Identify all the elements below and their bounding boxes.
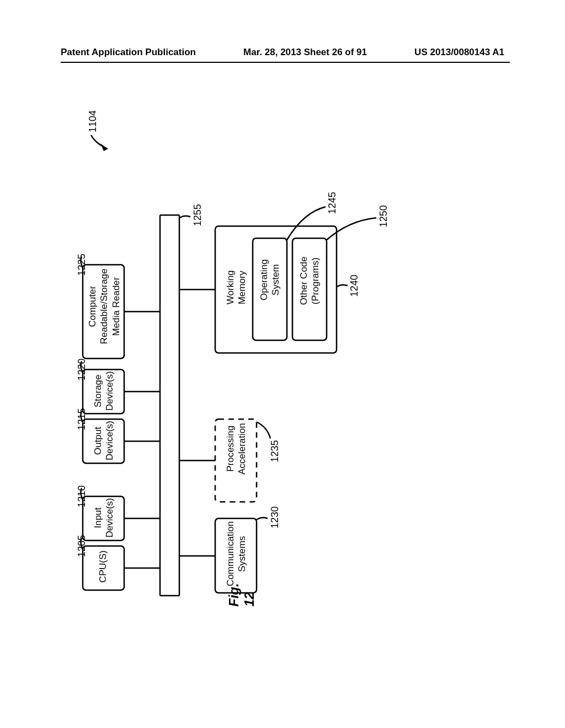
ref-reader: 1225 [76, 254, 88, 276]
label-accel: ProcessingAcceleration [225, 423, 248, 475]
header-rule [61, 62, 510, 63]
svg-marker-22 [100, 143, 108, 151]
ref-workmem: 1240 [349, 275, 360, 297]
system-block-diagram: 1104 CPU(S) InputDevice(s) OutputDevice(… [72, 110, 414, 607]
header-right: US 2013/0080143 A1 [414, 47, 504, 58]
label-reader: ComputerReadable/StorageMedia Reader [87, 269, 122, 344]
header-center: Mar. 28, 2013 Sheet 26 of 91 [243, 47, 367, 58]
label-workmem: WorkingMemory [225, 270, 248, 304]
label-input: InputDevice(s) [92, 498, 116, 538]
page-header: Patent Application Publication Mar. 28, … [0, 47, 565, 58]
ref-overall: 1104 [87, 110, 99, 132]
header-left: Patent Application Publication [61, 47, 196, 58]
ref-output: 1215 [76, 408, 88, 430]
figure-label: Fig. 12 [226, 574, 257, 607]
ref-cpu: 1205 [76, 535, 88, 557]
ref-os: 1245 [327, 192, 338, 214]
ref-other: 1250 [378, 205, 390, 227]
ref-input: 1210 [76, 485, 88, 507]
label-cpu: CPU(S) [97, 550, 109, 583]
label-storage: StorageDevice(s) [92, 371, 116, 411]
ref-comm: 1230 [269, 506, 281, 528]
label-other: Other Code(Programs) [298, 256, 322, 305]
ref-bus: 1255 [192, 204, 204, 226]
ref-storage: 1220 [76, 358, 88, 381]
ref-accel: 1235 [269, 440, 281, 462]
label-output: OutputDevice(s) [92, 421, 116, 461]
label-os: OperatingSystem [258, 259, 282, 301]
